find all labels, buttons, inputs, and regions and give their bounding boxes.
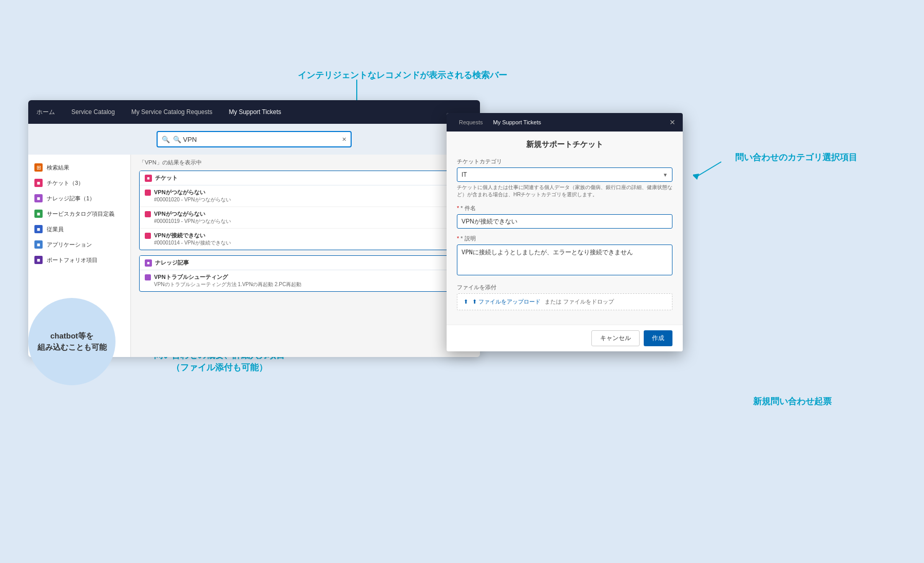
- sidebar-portfolio-label: ポートフォリオ項目: [47, 256, 98, 264]
- search-box[interactable]: 🔍 🔍 VPN ✕: [157, 131, 352, 147]
- annotation-search-bar: インテリジェントなレコメンドが表示される検索バー: [298, 69, 507, 82]
- kb-item-title-0: VPNトラブルシューティング: [154, 273, 301, 281]
- sidebar-item-search-results[interactable]: ⊞ 検索結果: [28, 160, 130, 175]
- result-header: 「VPN」の結果を表示中: [139, 159, 472, 166]
- nav-my-tickets[interactable]: My Support Tickets: [229, 108, 281, 116]
- dialog-footer: キャンセル 作成: [447, 325, 683, 351]
- table-row[interactable]: VPNが接続できない #00001014 - VPNが接続できない 新規: [140, 229, 471, 250]
- desc-label: * 説明: [457, 235, 672, 242]
- file-or-text: または ファイルをドロップ: [545, 298, 614, 306]
- ticket-item-icon-1: [145, 211, 151, 217]
- chatbot-circle: chatbot等を 組み込むことも可能: [28, 298, 116, 385]
- table-row[interactable]: VPNがつながらない #00001019 - VPNがつながらない 新規: [140, 207, 471, 229]
- dialog-titlebar: Requests My Support Tickets ✕: [447, 113, 683, 132]
- sidebar-app-label: アプリケーション: [47, 241, 92, 249]
- ticket-item-sub-2: #00001014 - VPNが接続できない: [154, 239, 231, 247]
- table-row[interactable]: VPNがつながらない #00001020 - VPNがつながらない 新規: [140, 185, 471, 207]
- file-upload-text[interactable]: ⬆ ファイルをアップロード: [472, 298, 541, 306]
- ticket-item-title-2: VPNが接続できない: [154, 232, 231, 239]
- sidebar-item-catalog[interactable]: ■ サービスカタログ項目定義: [28, 206, 130, 221]
- kb-item-text-0: VPNトラブルシューティング VPNのトラブルシューティング方法 1.VPNの再…: [154, 273, 301, 288]
- ticket-item-title-0: VPNがつながらない: [154, 189, 231, 196]
- kb-item-sub-0: VPNのトラブルシューティング方法 1.VPNの再起動 2.PC再起動: [154, 281, 301, 288]
- nav-home[interactable]: ホーム: [36, 108, 55, 117]
- ticket-item-left-2: VPNが接続できない #00001014 - VPNが接続できない: [145, 232, 231, 247]
- dialog-title: 新規サポートチケット: [457, 140, 672, 149]
- sidebar-ticket-label: チケット（3）: [47, 179, 84, 187]
- user-icon: ■: [34, 225, 43, 233]
- dialog-tab-tickets[interactable]: My Support Tickets: [488, 119, 546, 125]
- ticket-item-left-1: VPNがつながらない #00001019 - VPNがつながらない: [145, 210, 231, 225]
- search-results-panel: 「VPN」の結果を表示中 ■ チケット VPNがつながらない #00001020…: [131, 155, 480, 357]
- portfolio-icon: ■: [34, 256, 43, 264]
- kb-item-left-0: VPNトラブルシューティング VPNのトラブルシューティング方法 1.VPNの再…: [145, 273, 301, 288]
- ticket-section-label: チケット: [155, 174, 178, 182]
- dialog-tabs: Requests My Support Tickets: [454, 119, 546, 125]
- ticket-item-title-1: VPNがつながらない: [154, 210, 231, 218]
- file-attach-label: ファイルを添付: [457, 284, 672, 291]
- sidebar-user-label: 従業員: [47, 226, 64, 233]
- kb-item-icon-0: [145, 274, 151, 280]
- sidebar-search-results-label: 検索結果: [47, 164, 69, 172]
- ticket-item-text-0: VPNがつながらない #00001020 - VPNがつながらない: [154, 189, 231, 203]
- grid-icon: ⊞: [34, 163, 43, 172]
- category-label: チケットカテゴリ: [457, 158, 672, 165]
- kb-icon: ■: [34, 194, 43, 202]
- dialog-body: 新規サポートチケット チケットカテゴリ IT ▼ チケットに個人または仕事に関連…: [447, 132, 683, 325]
- table-row[interactable]: VPNトラブルシューティング VPNのトラブルシューティング方法 1.VPNの再…: [140, 270, 471, 291]
- nav-bar: ホーム Service Catalog My Service Catalog R…: [28, 100, 480, 124]
- svg-marker-3: [693, 174, 699, 180]
- ticket-item-sub-1: #00001019 - VPNがつながらない: [154, 218, 231, 225]
- sidebar-item-app[interactable]: ■ アプリケーション: [28, 237, 130, 252]
- form-group-file: ファイルを添付 ⬆ ⬆ ファイルをアップロード または ファイルをドロップ: [457, 284, 672, 310]
- search-input[interactable]: 🔍 VPN: [173, 136, 339, 143]
- sidebar-kb-label: ナレッジ記事（1）: [47, 195, 95, 202]
- svg-line-2: [696, 162, 721, 177]
- sidebar-item-user[interactable]: ■ 従業員: [28, 221, 130, 237]
- kb-section-label: ナレッジ記事: [155, 259, 189, 267]
- search-area: 🔍 🔍 VPN ✕: [28, 124, 480, 155]
- ticket-item-text-2: VPNが接続できない #00001014 - VPNが接続できない: [154, 232, 231, 247]
- ticket-section-header: ■ チケット: [140, 171, 471, 185]
- ticket-section-icon: ■: [145, 175, 152, 182]
- form-group-subject: * 件名: [457, 204, 672, 229]
- kb-section-icon: ■: [145, 259, 152, 267]
- category-hint: チケットに個人または仕事に関連する個人データ（家族の傷病、銀行口座の詳細、健康状…: [457, 184, 672, 198]
- annotation-new-ticket: 新規問い合わせ起票: [753, 396, 832, 408]
- create-button[interactable]: 作成: [644, 330, 672, 346]
- ticket-item-sub-0: #00001020 - VPNがつながらない: [154, 196, 231, 203]
- subject-input[interactable]: [457, 214, 672, 229]
- catalog-icon: ■: [34, 210, 43, 218]
- nav-my-requests[interactable]: My Service Catalog Requests: [131, 108, 213, 116]
- cancel-button[interactable]: キャンセル: [591, 330, 640, 346]
- sidebar-catalog-label: サービスカタログ項目定義: [47, 210, 114, 218]
- subject-label: * 件名: [457, 204, 672, 212]
- ticket-icon: ■: [34, 179, 43, 187]
- sidebar-item-ticket[interactable]: ■ チケット（3）: [28, 175, 130, 191]
- arrow-category: [693, 159, 724, 180]
- sidebar-item-kb[interactable]: ■ ナレッジ記事（1）: [28, 191, 130, 206]
- kb-section: ■ ナレッジ記事 VPNトラブルシューティング VPNのトラブルシューティング方…: [139, 255, 472, 292]
- sidebar-item-portfolio[interactable]: ■ ポートフォリオ項目: [28, 252, 130, 268]
- kb-section-header: ■ ナレッジ記事: [140, 256, 471, 270]
- app-icon: ■: [34, 240, 43, 249]
- category-value: IT: [457, 168, 672, 181]
- upload-icon: ⬆: [464, 298, 468, 305]
- category-select[interactable]: IT ▼: [457, 167, 672, 182]
- search-icon: 🔍: [162, 136, 170, 143]
- close-icon[interactable]: ✕: [669, 118, 676, 126]
- ticket-item-icon-0: [145, 190, 151, 196]
- form-group-desc: * 説明 VPNに接続しようとしましたが、エラーとなり接続できません: [457, 235, 672, 277]
- search-clear-icon[interactable]: ✕: [342, 136, 346, 143]
- ticket-section: ■ チケット VPNがつながらない #00001020 - VPNがつながらない…: [139, 171, 472, 250]
- ticket-item-left-0: VPNがつながらない #00001020 - VPNがつながらない: [145, 189, 231, 203]
- file-attach-area[interactable]: ⬆ ⬆ ファイルをアップロード または ファイルをドロップ: [457, 293, 672, 310]
- ticket-item-text-1: VPNがつながらない #00001019 - VPNがつながらない: [154, 210, 231, 225]
- desc-textarea[interactable]: VPNに接続しようとしましたが、エラーとなり接続できません: [457, 245, 672, 275]
- annotation-category: 問い合わせのカテゴリ選択項目: [735, 152, 857, 164]
- dialog-window: Requests My Support Tickets ✕ 新規サポートチケット…: [447, 113, 683, 351]
- form-group-category: チケットカテゴリ IT ▼ チケットに個人または仕事に関連する個人データ（家族の…: [457, 158, 672, 198]
- dialog-tab-requests[interactable]: Requests: [454, 119, 488, 125]
- nav-service-catalog[interactable]: Service Catalog: [71, 108, 115, 116]
- chatbot-text: chatbot等を 組み込むことも可能: [37, 330, 107, 353]
